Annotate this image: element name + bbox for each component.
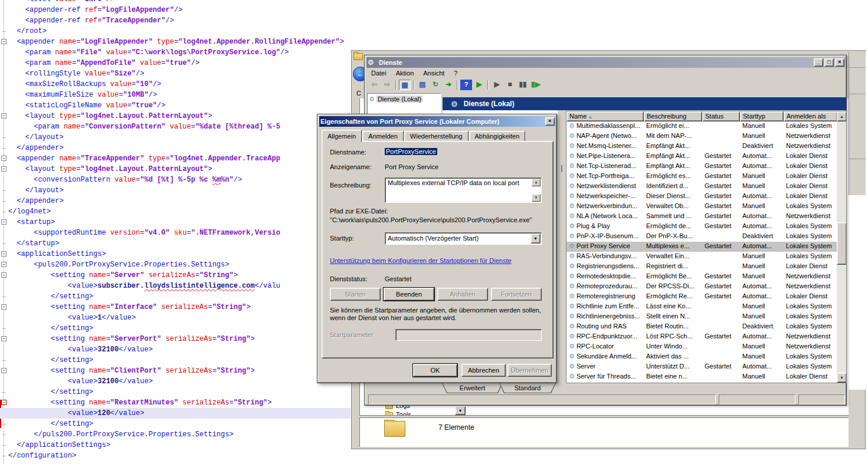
code-line[interactable]: <appender name="LogFileAppender" type="l… — [0, 37, 351, 47]
column-header-name[interactable]: Name ▲ — [566, 111, 644, 121]
stop-service-icon[interactable]: ■ — [504, 80, 516, 90]
description-scroll-down-icon[interactable]: ▼ — [532, 194, 541, 202]
pane-splitter[interactable] — [558, 111, 566, 383]
tab-anmelden[interactable]: Anmelden — [362, 131, 404, 141]
service-row[interactable]: ⚙Remotedesktopdie...Ermöglicht Be...Gest… — [566, 272, 837, 282]
code-line[interactable]: </startup> — [0, 238, 351, 249]
scroll-up-icon[interactable]: ▲ — [837, 111, 847, 121]
service-row[interactable]: ⚙Registrierungsdiens...Registriert di...… — [566, 262, 837, 272]
code-line[interactable]: </log4net> — [0, 206, 351, 217]
beenden-button[interactable]: Beenden — [384, 288, 434, 301]
minimize-button[interactable]: _ — [814, 58, 823, 67]
code-line[interactable]: </setting> — [0, 291, 351, 302]
column-header-beschreibung[interactable]: Beschreibung — [644, 111, 702, 121]
properties-icon[interactable]: ▤ — [417, 80, 428, 90]
service-row[interactable]: ⚙Port Proxy ServiceMultiplexes e...Gesta… — [566, 242, 837, 252]
code-line[interactable]: </root> — [0, 26, 351, 37]
maximize-button[interactable]: □ — [824, 58, 834, 67]
service-row[interactable]: ⚙Net.Msmq-Listener...Empfängt Akt...Deak… — [566, 141, 837, 152]
refresh-icon[interactable]: ↻ — [430, 80, 441, 90]
tab-allgemein[interactable]: Allgemein — [322, 130, 362, 142]
code-line[interactable]: <puls200.PortProxyService.Properties.Set… — [0, 259, 351, 270]
starttyp-select[interactable]: Automatisch (Verzögerter Start) ▼ — [385, 232, 542, 245]
code-line[interactable]: <layout type="log4net.Layout.PatternLayo… — [0, 164, 351, 175]
tree-node-dienste-lokal[interactable]: ⚙Dienste (Lokal) — [369, 96, 422, 103]
code-line[interactable]: </appender> — [0, 143, 351, 153]
list-scrollbar[interactable]: ▲ ▼ — [837, 111, 847, 383]
dialog-titlebar[interactable]: Eigenschaften von Port Proxy Service (Lo… — [319, 116, 556, 127]
service-row[interactable]: ⚙NAP-Agent (Netwo...Mit dem NAP-...Manue… — [566, 131, 837, 141]
code-line[interactable]: <supportedRuntime version="v4.0" sku=".N… — [0, 228, 351, 238]
service-row[interactable]: ⚙Richtlinie zum Entfe...Lässt eine Ko...… — [566, 302, 837, 312]
view-tab-erweitert[interactable]: Erweitert — [442, 383, 503, 393]
code-line[interactable]: <level value="INFO"/> — [0, 0, 351, 5]
service-row[interactable]: ⚙RAS-Verbindungsv...Verwaltet Ein...Manu… — [566, 252, 837, 262]
code-line[interactable]: <setting name="Server" serializeAs="Stri… — [0, 270, 351, 281]
column-header-status[interactable]: Status — [702, 111, 740, 121]
code-line[interactable]: <appender-ref ref="LogFileAppender"/> — [0, 5, 351, 15]
code-line[interactable]: </applicationSettings> — [0, 440, 351, 450]
code-line[interactable]: <setting name="Interface" serializeAs="S… — [0, 302, 351, 312]
restart-service-icon[interactable]: ▮▶ — [530, 80, 542, 90]
service-row[interactable]: ⚙ServerUnterstützt D...GestartetAutomat.… — [566, 362, 837, 372]
service-row[interactable]: ⚙Plug & PlayErmöglicht de...GestartetAut… — [566, 222, 837, 232]
code-line[interactable]: <appender name="TraceAppender" type="log… — [0, 153, 351, 164]
scroll-down-icon[interactable]: ▼ — [837, 373, 847, 383]
forward-icon[interactable]: ⇨ — [381, 80, 393, 90]
close-icon[interactable]: × — [545, 117, 555, 126]
service-row[interactable]: ⚙Net.Pipe-Listenera...Empfängt Akt...Ges… — [566, 152, 837, 162]
service-row[interactable]: ⚙RPC-LocatorUnter Windo...ManuellNetzwer… — [566, 342, 837, 352]
menu-item-help[interactable]: ? — [449, 68, 462, 78]
pause-service-icon[interactable]: ▮▮ — [517, 80, 529, 90]
code-line[interactable]: <value>1</value> — [0, 312, 351, 323]
service-row[interactable]: ⚙RPC-Endpunktzuor...Löst RPC-Sch...Gesta… — [566, 332, 837, 342]
service-row[interactable]: ⚙Routing und RASBietet Routin...Deaktivi… — [566, 322, 837, 332]
show-console-tree-icon[interactable]: ▦ — [399, 80, 411, 90]
code-line[interactable]: </appender> — [0, 196, 351, 206]
new-window-icon[interactable]: ▶ — [473, 80, 485, 90]
service-row[interactable]: ⚙Richtlinienergebniss...Stellt einen N..… — [566, 312, 837, 322]
service-row[interactable]: ⚙NetzwerklistendienstIdentifiziert d...G… — [566, 182, 837, 192]
code-line[interactable]: </configuration> — [0, 450, 351, 461]
close-button[interactable]: × — [835, 58, 844, 67]
code-line[interactable]: <maxSizeRollBackups value="10"/> — [0, 79, 351, 90]
scrollbar-thumb[interactable] — [837, 222, 847, 265]
code-line[interactable]: <setting name="ServerPort" serializeAs="… — [0, 334, 351, 344]
code-line[interactable]: </setting> — [0, 387, 351, 397]
menu-item-ansicht[interactable]: Ansicht — [418, 68, 449, 78]
service-row[interactable]: ⚙Netzwerkverbindun...Verwaltet Ob...Gest… — [566, 202, 837, 212]
code-line[interactable]: </setting> — [0, 419, 351, 429]
service-row[interactable]: ⚙Net.Tcp-Portfreiga...Ermöglicht es...Ge… — [566, 172, 837, 182]
code-line[interactable]: <value>32100</value> — [0, 376, 351, 387]
service-row[interactable]: ⚙RemoteregistrierungErmöglicht Re...Gest… — [566, 292, 837, 302]
code-line[interactable]: <param name="ConversionPattern" value="%… — [0, 121, 351, 132]
code-line[interactable]: <value>32100</value> — [0, 344, 351, 355]
service-row[interactable]: ⚙Multimediaklassenpl...Ermöglicht ei...M… — [566, 121, 837, 131]
code-line[interactable]: </setting> — [0, 323, 351, 334]
service-row[interactable]: ⚙Netzwerkspeicher-...Dieser Dienst...Ges… — [566, 192, 837, 202]
code-line[interactable]: </puls200.PortProxyService.Properties.Se… — [0, 429, 351, 440]
help-icon[interactable]: ? — [460, 80, 472, 90]
menu-item-aktion[interactable]: Aktion — [391, 68, 419, 78]
code-line[interactable]: </layout> — [0, 185, 351, 196]
menu-item-datei[interactable]: Datei — [366, 68, 391, 78]
code-line[interactable]: <layout type="log4net.Layout.PatternLayo… — [0, 111, 351, 121]
ok-button[interactable]: OK — [413, 364, 457, 377]
code-line[interactable]: <value>120</value> — [0, 408, 351, 419]
dienstname-value[interactable]: PortProxyService — [385, 148, 437, 155]
code-line[interactable]: </setting> — [0, 355, 351, 366]
code-line[interactable]: <maximumFileSize value="10MB"/> — [0, 90, 351, 100]
service-row[interactable]: ⚙Server für Threads...Bietet eine n...Ma… — [566, 372, 837, 382]
startoptions-help-link[interactable]: Unterstützung beim Konfigurieren der Sta… — [330, 257, 512, 264]
code-line[interactable]: <staticLogFileName value="true"/> — [0, 100, 351, 111]
code-line[interactable]: </layout> — [0, 132, 351, 143]
service-row[interactable]: ⚙Sekundäre Anmeld...Aktiviert das ...Man… — [566, 352, 837, 362]
code-line[interactable]: <conversionPattern value="%d [%t] %-5p %… — [0, 175, 351, 185]
description-scroll-up-icon[interactable]: ▲ — [532, 179, 541, 186]
view-tab-standard[interactable]: Standard — [499, 383, 556, 393]
abbrechen-button[interactable]: Abbrechen — [461, 364, 506, 377]
back-icon[interactable]: ⇦ — [368, 80, 380, 90]
beschreibung-field[interactable]: Multiplexes external TCP/IP data on loca… — [385, 177, 542, 203]
column-header-anmelden-als[interactable]: Anmelden als — [784, 111, 837, 121]
service-row[interactable]: ⚙PnP-X-IP-Busenum...Der PnP-X-Bu...Deakt… — [566, 232, 837, 242]
